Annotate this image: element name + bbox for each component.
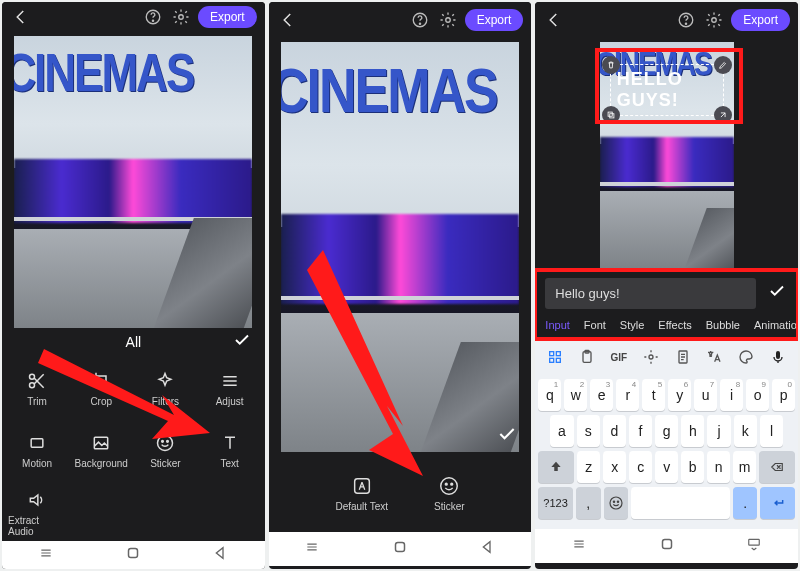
tool-text[interactable]: Text (201, 423, 259, 479)
key-shift[interactable] (538, 451, 574, 483)
key-w[interactable]: w2 (564, 379, 587, 411)
key-a[interactable]: a (550, 415, 573, 447)
export-button[interactable]: Export (731, 9, 790, 31)
nav-keyboard-down-icon[interactable] (740, 537, 768, 555)
key-u[interactable]: u7 (694, 379, 717, 411)
nav-home-icon[interactable] (653, 535, 681, 557)
nav-home-icon[interactable] (119, 544, 147, 566)
key-b[interactable]: b (681, 451, 704, 483)
svg-rect-10 (129, 548, 138, 557)
confirm-icon[interactable] (768, 282, 786, 304)
key-k[interactable]: k (734, 415, 757, 447)
tool-label: Trim (27, 396, 47, 407)
action-default-text[interactable]: Default Text (335, 475, 388, 512)
key-m[interactable]: m (733, 451, 756, 483)
key-x[interactable]: x (603, 451, 626, 483)
key-c[interactable]: c (629, 451, 652, 483)
kb-grid-icon[interactable] (541, 345, 569, 369)
smile-icon (438, 475, 460, 497)
key-z[interactable]: z (577, 451, 600, 483)
kb-doc-icon[interactable] (669, 345, 697, 369)
kb-translate-icon[interactable] (700, 345, 728, 369)
key-l[interactable]: l (760, 415, 783, 447)
key-v[interactable]: v (655, 451, 678, 483)
svg-point-12 (419, 23, 420, 24)
crop-icon (90, 370, 112, 392)
svg-rect-24 (550, 352, 554, 356)
tool-background[interactable]: Background (72, 423, 130, 479)
top-bar: Export (2, 2, 265, 32)
nav-back-icon[interactable] (474, 539, 502, 559)
nav-recents-icon[interactable] (32, 546, 60, 564)
key-backspace[interactable] (759, 451, 795, 483)
help-icon[interactable] (675, 9, 697, 31)
svg-rect-36 (662, 540, 671, 549)
action-sticker[interactable]: Sticker (434, 475, 465, 512)
confirm-icon[interactable] (233, 331, 251, 353)
tool-motion[interactable]: Motion (8, 423, 66, 479)
text-icon (219, 432, 241, 454)
back-icon[interactable] (10, 6, 32, 28)
gear-icon[interactable] (703, 9, 725, 31)
key-period[interactable]: . (733, 487, 758, 519)
video-preview[interactable]: CINEMAS (2, 32, 265, 328)
tool-adjust[interactable]: Adjust (201, 361, 259, 417)
nav-home-icon[interactable] (386, 538, 414, 560)
help-icon[interactable] (142, 6, 164, 28)
svg-point-7 (158, 436, 173, 451)
key-emoji[interactable] (604, 487, 629, 519)
text-actions-bar: Default Text Sticker (269, 454, 532, 532)
gear-icon[interactable] (170, 6, 192, 28)
video-preview[interactable]: CINEMAS (269, 38, 532, 454)
nav-back-icon[interactable] (207, 545, 235, 565)
kb-mic-icon[interactable] (764, 345, 792, 369)
key-p[interactable]: p0 (772, 379, 795, 411)
gear-icon[interactable] (437, 9, 459, 31)
svg-rect-26 (550, 358, 554, 362)
nav-recents-icon[interactable] (298, 540, 326, 558)
tool-extract-audio[interactable]: Extract Audio (8, 485, 66, 541)
tool-sticker[interactable]: Sticker (136, 423, 194, 479)
text-box-icon (351, 475, 373, 497)
video-preview[interactable]: CINEMAS HELLO GUYS! (535, 38, 798, 270)
key-r[interactable]: r4 (616, 379, 639, 411)
svg-point-21 (712, 18, 717, 23)
audio-icon (26, 489, 48, 511)
key-j[interactable]: j (707, 415, 730, 447)
tool-filters[interactable]: Filters (136, 361, 194, 417)
svg-rect-14 (354, 478, 369, 493)
key-s[interactable]: s (577, 415, 600, 447)
tool-label: Crop (90, 396, 112, 407)
back-icon[interactable] (543, 9, 565, 31)
kb-palette-icon[interactable] (732, 345, 760, 369)
key-g[interactable]: g (655, 415, 678, 447)
export-button[interactable]: Export (465, 9, 524, 31)
key-space[interactable] (631, 487, 730, 519)
action-label: Sticker (434, 501, 465, 512)
key-q[interactable]: q1 (538, 379, 561, 411)
key-n[interactable]: n (707, 451, 730, 483)
kb-gif-icon[interactable]: GIF (605, 345, 633, 369)
category-label[interactable]: All (126, 334, 142, 350)
key-o[interactable]: o9 (746, 379, 769, 411)
key-y[interactable]: y6 (668, 379, 691, 411)
kb-settings-icon[interactable] (637, 345, 665, 369)
kb-clipboard-icon[interactable] (573, 345, 601, 369)
confirm-icon[interactable] (497, 424, 517, 448)
tool-trim[interactable]: Trim (8, 361, 66, 417)
export-button[interactable]: Export (198, 6, 257, 28)
key-i[interactable]: i8 (720, 379, 743, 411)
key-h[interactable]: h (681, 415, 704, 447)
key-symbols[interactable]: ?123 (538, 487, 573, 519)
key-comma[interactable]: , (576, 487, 601, 519)
key-e[interactable]: e3 (590, 379, 613, 411)
help-icon[interactable] (409, 9, 431, 31)
back-icon[interactable] (277, 9, 299, 31)
key-d[interactable]: d (603, 415, 626, 447)
key-enter[interactable] (760, 487, 795, 519)
key-f[interactable]: f (629, 415, 652, 447)
tool-crop[interactable]: Crop (72, 361, 130, 417)
key-t[interactable]: t5 (642, 379, 665, 411)
nav-recents-icon[interactable] (565, 537, 593, 555)
svg-point-34 (613, 501, 614, 502)
